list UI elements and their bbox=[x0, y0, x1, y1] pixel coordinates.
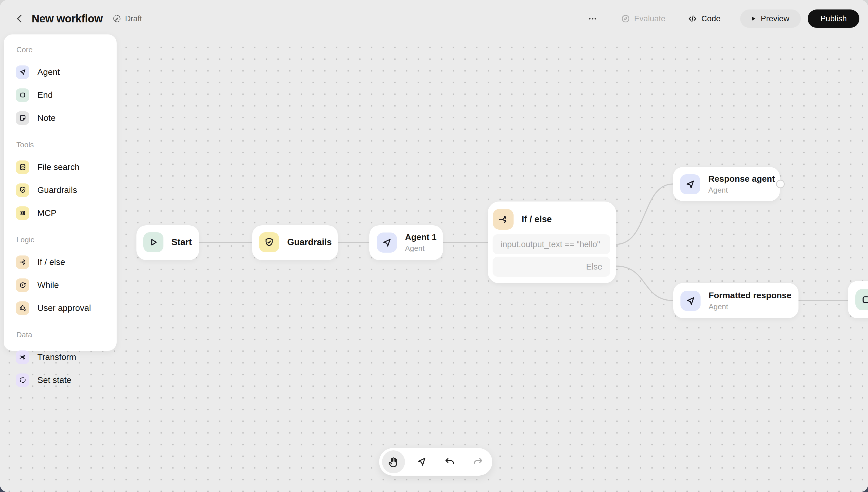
redo-button[interactable] bbox=[466, 450, 489, 473]
undo-button[interactable] bbox=[438, 450, 461, 473]
node-formatted-response[interactable]: Formatted response Agent bbox=[673, 283, 798, 318]
node-subtitle: Agent bbox=[708, 186, 775, 195]
sidebar-item-label: File search bbox=[37, 162, 79, 172]
node-title: Guardrails bbox=[287, 237, 332, 247]
section-label-core: Core bbox=[16, 45, 117, 54]
node-response-agent[interactable]: Response agent Agent bbox=[673, 167, 780, 201]
if-condition-expression: input.output_text == "hello" bbox=[493, 240, 600, 249]
ellipsis-icon bbox=[588, 14, 597, 24]
evaluate-label: Evaluate bbox=[634, 14, 665, 23]
sidebar-item-note[interactable]: Note bbox=[4, 106, 117, 129]
agent-cursor-icon bbox=[680, 291, 701, 311]
sidebar-item-user-approval[interactable]: User approval bbox=[4, 297, 117, 319]
node-guardrails[interactable]: Guardrails bbox=[252, 225, 338, 260]
sidebar-item-transform[interactable]: Transform bbox=[4, 346, 117, 369]
if-branch-row[interactable]: input.output_text == "hello" bbox=[493, 234, 610, 254]
split-arrows-icon bbox=[493, 209, 514, 230]
sidebar-item-guardrails[interactable]: Guardrails bbox=[4, 178, 117, 201]
code-label: Code bbox=[701, 14, 721, 23]
else-branch-row[interactable]: Else bbox=[493, 256, 610, 277]
dashed-circle-icon bbox=[16, 373, 29, 387]
agent-cursor-icon bbox=[377, 232, 397, 253]
code-brackets-icon bbox=[687, 14, 698, 24]
preview-button[interactable]: Preview bbox=[740, 9, 801, 28]
node-title: Formatted response bbox=[709, 291, 791, 300]
database-icon bbox=[16, 161, 29, 174]
sidebar-item-label: Agent bbox=[37, 67, 60, 77]
sidebar-item-file-search[interactable]: File search bbox=[4, 155, 117, 178]
sidebar-item-agent[interactable]: Agent bbox=[4, 60, 117, 83]
page-title: New workflow bbox=[31, 13, 102, 25]
sidebar-item-end[interactable]: End bbox=[4, 83, 117, 106]
section-label-tools: Tools bbox=[16, 140, 117, 149]
note-icon bbox=[16, 112, 29, 125]
canvas-dot-grid[interactable] bbox=[0, 37, 868, 492]
sidebar-item-while[interactable]: While bbox=[4, 274, 117, 297]
publish-button[interactable]: Publish bbox=[808, 9, 860, 28]
sidebar-item-set-state[interactable]: Set state bbox=[4, 369, 117, 392]
sidebar-item-if-else[interactable]: If / else bbox=[4, 251, 117, 274]
pan-tool-button[interactable] bbox=[382, 450, 405, 473]
shuffle-icon bbox=[16, 350, 29, 364]
select-tool-button[interactable] bbox=[410, 450, 433, 473]
node-if-else[interactable]: If / else input.output_text == "hello" E… bbox=[488, 201, 616, 283]
sidebar-item-label: MCP bbox=[37, 208, 56, 218]
sidebar-item-label: If / else bbox=[37, 257, 65, 267]
end-square-icon bbox=[16, 89, 29, 102]
more-options-button[interactable] bbox=[585, 11, 600, 26]
sidebar-item-label: End bbox=[37, 90, 52, 100]
workflow-builder-app: New workflow Draft Evaluate bbox=[0, 0, 868, 492]
agent-cursor-icon bbox=[16, 66, 29, 79]
redo-icon bbox=[472, 456, 484, 468]
mcp-dots-icon bbox=[16, 206, 29, 220]
hand-icon bbox=[388, 456, 400, 468]
sidebar-item-label: Set state bbox=[37, 375, 71, 385]
agent-cursor-icon bbox=[680, 174, 700, 194]
section-label-logic: Logic bbox=[16, 236, 117, 244]
sidebar-item-label: User approval bbox=[37, 303, 91, 313]
back-button[interactable] bbox=[11, 10, 28, 27]
cursor-icon bbox=[416, 456, 427, 468]
else-label: Else bbox=[586, 262, 610, 272]
undo-icon bbox=[444, 456, 455, 468]
split-arrows-icon bbox=[16, 255, 29, 269]
node-palette-sidebar: Core Agent End Note Tools File search bbox=[4, 34, 117, 351]
play-icon bbox=[749, 15, 757, 22]
status-badge-label: Draft bbox=[125, 14, 142, 23]
node-start[interactable]: Start bbox=[136, 225, 199, 260]
chevron-left-icon bbox=[14, 13, 25, 24]
code-button[interactable]: Code bbox=[686, 13, 722, 24]
thumbs-up-down-icon bbox=[16, 301, 29, 315]
header: New workflow Draft Evaluate bbox=[0, 0, 868, 37]
sidebar-item-label: Guardrails bbox=[37, 185, 77, 195]
play-outline-icon bbox=[143, 232, 163, 252]
section-label-data: Data bbox=[16, 330, 117, 339]
sidebar-item-label: Note bbox=[37, 113, 55, 123]
sidebar-item-label: While bbox=[37, 280, 59, 290]
shield-check-icon bbox=[16, 183, 29, 197]
node-subtitle: Agent bbox=[405, 244, 437, 253]
node-title: If / else bbox=[522, 214, 552, 224]
shield-check-icon bbox=[259, 232, 279, 252]
node-title: Start bbox=[171, 237, 192, 247]
sidebar-item-label: Transform bbox=[37, 352, 76, 362]
sidebar-item-mcp[interactable]: MCP bbox=[4, 201, 117, 224]
node-end-partial[interactable] bbox=[848, 281, 868, 318]
status-badge: Draft bbox=[112, 14, 142, 23]
preview-label: Preview bbox=[761, 14, 790, 23]
end-square-icon bbox=[855, 289, 868, 310]
node-subtitle: Agent bbox=[709, 302, 791, 311]
publish-label: Publish bbox=[820, 14, 847, 23]
loop-icon bbox=[16, 278, 29, 292]
evaluate-button[interactable]: Evaluate bbox=[619, 14, 667, 24]
draft-pencil-icon bbox=[112, 14, 121, 23]
compass-icon bbox=[621, 14, 631, 24]
output-connection-handle[interactable] bbox=[776, 180, 785, 188]
node-title: Agent 1 bbox=[405, 232, 437, 242]
canvas-toolbar bbox=[379, 448, 492, 476]
node-agent-1[interactable]: Agent 1 Agent bbox=[369, 225, 443, 260]
node-title: Response agent bbox=[708, 174, 775, 184]
